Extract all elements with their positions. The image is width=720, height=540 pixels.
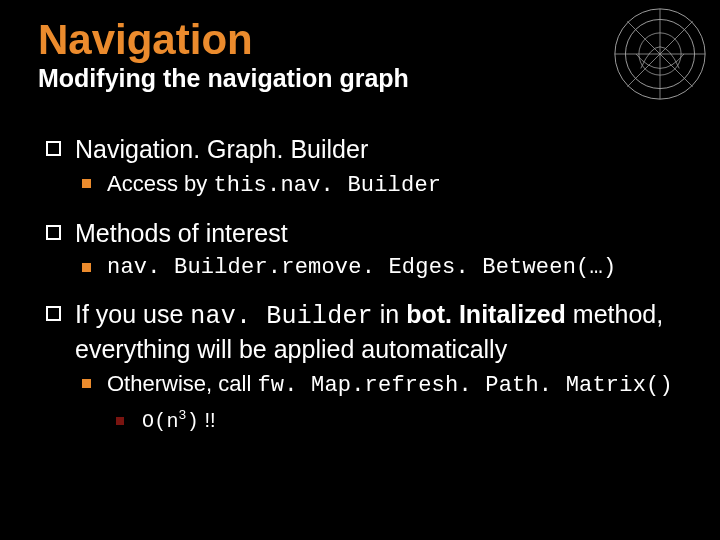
code-fragment: nav. Builder.remove. Edges. Between(…) (107, 253, 674, 283)
text-fragment: Access by (107, 171, 213, 196)
code-fragment: O(n3) (142, 410, 199, 433)
hollow-square-icon (46, 141, 61, 156)
filled-square-dark-icon (116, 417, 124, 425)
bullet-text: If you use nav. Builder in bot. Initaliz… (75, 298, 674, 365)
code-fragment: nav. Builder (190, 302, 372, 331)
subbullet-access-by: Access by this.nav. Builder (82, 169, 674, 201)
filled-square-icon (82, 263, 91, 272)
text-fragment: O(n (142, 410, 179, 433)
seal-icon (612, 6, 708, 102)
text-fragment: in (373, 300, 406, 328)
subsubbullet-text: O(n3) !! (142, 407, 674, 435)
bullet-nav-graph-builder: Navigation. Graph. Builder Access by thi… (46, 133, 674, 201)
bullet-methods-of-interest: Methods of interest nav. Builder.remove.… (46, 217, 674, 283)
hollow-square-icon (46, 306, 61, 321)
bold-fragment: bot. Initalized (406, 300, 566, 328)
text-fragment: !! (199, 409, 216, 431)
text-fragment: If you use (75, 300, 190, 328)
subsubbullet-complexity: O(n3) !! (116, 407, 674, 435)
subbullet-remove-edges: nav. Builder.remove. Edges. Between(…) (82, 253, 674, 283)
slide-title: Navigation (38, 18, 682, 62)
bullet-text: Navigation. Graph. Builder (75, 133, 674, 165)
text-fragment: ) (187, 410, 199, 433)
slide-body: Navigation. Graph. Builder Access by thi… (0, 107, 720, 435)
subbullet-text: Otherwise, call fw. Map.refresh. Path. M… (107, 369, 674, 401)
bullet-if-you-use: If you use nav. Builder in bot. Initaliz… (46, 298, 674, 435)
filled-square-icon (82, 179, 91, 188)
slide-subtitle: Modifying the navigation graph (38, 64, 682, 93)
filled-square-icon (82, 379, 91, 388)
text-fragment: Otherwise, call (107, 371, 257, 396)
hollow-square-icon (46, 225, 61, 240)
subbullet-text: Access by this.nav. Builder (107, 169, 674, 201)
superscript: 3 (179, 409, 187, 424)
code-fragment: this.nav. Builder (213, 173, 441, 198)
subbullet-otherwise: Otherwise, call fw. Map.refresh. Path. M… (82, 369, 674, 435)
code-fragment: fw. Map.refresh. Path. Matrix() (257, 373, 672, 398)
bullet-text: Methods of interest (75, 217, 674, 249)
